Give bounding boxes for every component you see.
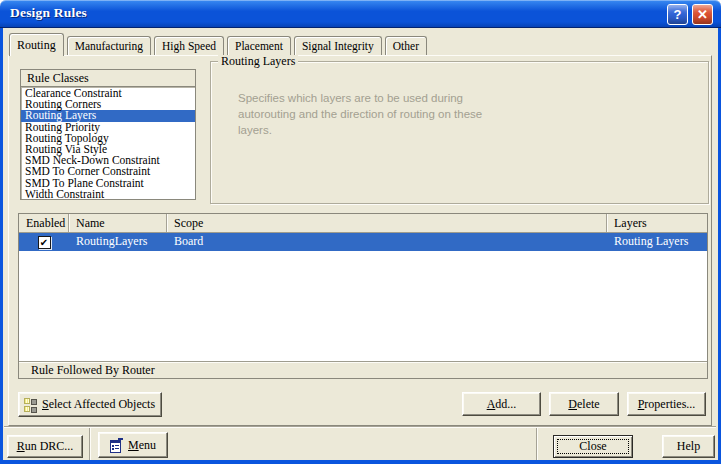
- help-button[interactable]: Help: [662, 435, 715, 458]
- delete-button[interactable]: Delete: [549, 392, 619, 416]
- routing-layers-groupbox: Routing Layers Specifies which layers ar…: [210, 61, 709, 204]
- menu-icon: [110, 438, 123, 453]
- design-rules-dialog: Design Rules ? ✕ RoutingManufacturingHig…: [0, 0, 721, 464]
- table-header: EnabledNameScopeLayers: [19, 214, 707, 233]
- close-button[interactable]: Close: [553, 435, 633, 458]
- column-header[interactable]: Enabled: [19, 214, 69, 232]
- help-icon[interactable]: ?: [667, 4, 688, 25]
- column-header[interactable]: Layers: [607, 214, 707, 232]
- column-header[interactable]: Scope: [167, 214, 607, 232]
- tab[interactable]: Routing: [9, 33, 64, 56]
- menu-button[interactable]: Menu: [98, 432, 168, 458]
- close-icon[interactable]: ✕: [692, 4, 713, 25]
- cell-enabled: ✔: [19, 233, 69, 251]
- footer-divider-right: [536, 428, 538, 460]
- rules-table: EnabledNameScopeLayers ✔ RoutingLayers B…: [18, 213, 708, 379]
- rule-classes-list: Clearance ConstraintRouting CornersRouti…: [20, 86, 196, 200]
- tab[interactable]: High Speed: [154, 36, 224, 55]
- table-row[interactable]: ✔ RoutingLayers Board Routing Layers: [19, 233, 707, 251]
- add-button[interactable]: Add...: [462, 392, 541, 416]
- titlebar[interactable]: Design Rules ? ✕: [0, 0, 721, 28]
- tab[interactable]: Other: [385, 36, 427, 55]
- footer-separator: [4, 426, 716, 428]
- rule-classes-header: Rule Classes: [20, 69, 196, 87]
- run-drc-button[interactable]: Run DRC...: [7, 435, 83, 458]
- tab[interactable]: Placement: [227, 36, 291, 55]
- properties-button[interactable]: Properties...: [627, 392, 706, 416]
- table-body: ✔ RoutingLayers Board Routing Layers: [19, 233, 707, 251]
- rule-class-item[interactable]: Routing Layers: [21, 110, 195, 121]
- window-title: Design Rules: [10, 5, 87, 21]
- rule-class-item[interactable]: Width Constraint: [21, 189, 195, 200]
- rule-class-item[interactable]: SMD To Corner Constraint: [21, 166, 195, 177]
- rule-description: Specifies which layers are to be used du…: [238, 90, 510, 138]
- select-affected-objects-button[interactable]: Select Affected Objects: [18, 392, 162, 417]
- tab-strip: RoutingManufacturingHigh SpeedPlacementS…: [9, 33, 427, 56]
- dialog-body: RoutingManufacturingHigh SpeedPlacementS…: [0, 28, 721, 464]
- select-objects-icon: [24, 398, 37, 412]
- enabled-checkbox[interactable]: ✔: [38, 236, 51, 249]
- cell-name: RoutingLayers: [69, 233, 167, 251]
- table-status-bar: Rule Followed By Router: [19, 361, 707, 378]
- column-header[interactable]: Name: [69, 214, 167, 232]
- groupbox-title: Routing Layers: [218, 54, 298, 68]
- footer-divider-left: [89, 428, 91, 460]
- tab[interactable]: Manufacturing: [67, 36, 151, 55]
- cell-scope: Board: [167, 233, 607, 251]
- tab[interactable]: Signal Integrity: [294, 36, 382, 55]
- cell-layers: Routing Layers: [607, 233, 707, 251]
